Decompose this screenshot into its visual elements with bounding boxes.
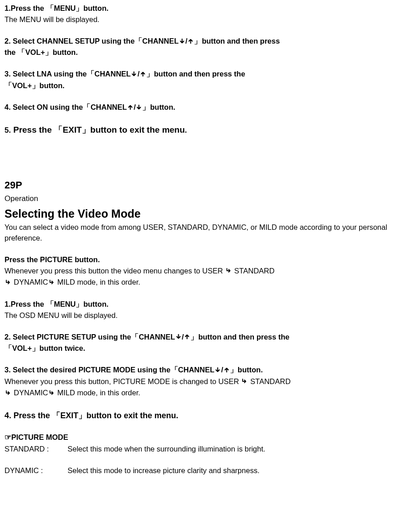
arrow-up-icon — [140, 69, 146, 80]
step-2-slash: / — [185, 37, 188, 45]
arrow-turn-icon — [241, 376, 248, 387]
mode-dynamic-label: DYNAMIC : — [5, 465, 68, 476]
step-5: 5. Press the 「EXIT」button to exit the me… — [5, 124, 397, 136]
vm3-desc2b: MILD mode, in this order. — [55, 389, 140, 397]
vm3-desc2a: DYNAMIC — [12, 389, 48, 397]
vm-step-3-desc2: DYNAMIC MILD mode, in this order. — [5, 388, 397, 399]
arrow-turn-icon — [5, 388, 11, 399]
vm3-desc1a: Whenever you press this button, PICTURE … — [5, 377, 241, 385]
vm2-slash: / — [182, 333, 184, 341]
vm3-desc1b: STANDARD — [248, 377, 290, 385]
section-label: Operation — [5, 193, 397, 205]
step-5-num: 5. — [5, 126, 11, 134]
vm-step-1-title: 1.Press the 「MENU」button. — [5, 299, 397, 310]
vm3-part1: 3. Select the desired PICTURE MODE using… — [5, 366, 214, 374]
step-4-line1: 4. Select ON using the「CHANNEL/」button. — [5, 102, 397, 113]
vm2-part3: 」button and then press the — [190, 333, 289, 341]
vm-step-3-desc1: Whenever you press this button, PICTURE … — [5, 376, 397, 388]
pb-desc2b: MILD mode, in this order. — [55, 278, 140, 286]
vm-step-2-line2: 「VOL+」button twice. — [5, 343, 397, 354]
page-heading: Selecting the Video Mode — [5, 206, 397, 222]
arrow-down-icon — [136, 103, 142, 113]
picture-btn-desc-2: DYNAMIC MILD mode, in this order. — [5, 277, 397, 288]
step-3-slash: / — [137, 70, 140, 78]
picture-btn-title: Press the PICTURE button. — [5, 255, 397, 265]
arrow-turn-icon — [5, 277, 11, 288]
vm-step-2-line1: 2. Select PICTURE SETUP using the「CHANNE… — [5, 332, 397, 343]
arrow-up-icon — [127, 103, 133, 113]
step-2-part3: 」button and then press — [194, 37, 280, 45]
arrow-down-icon — [176, 332, 181, 343]
arrow-up-icon — [188, 36, 194, 47]
page-number: 29P — [5, 178, 397, 192]
vm2-part1: 2. Select PICTURE SETUP using the「CHANNE… — [5, 333, 175, 341]
step-2-part1: 2. Select CHANNEL SETUP using the「CHANNE… — [5, 37, 179, 45]
step-3-line2: 「VOL+」button. — [5, 80, 397, 91]
arrow-turn-icon — [49, 277, 55, 288]
step-4-slash: / — [134, 103, 136, 111]
pointing-hand-icon: ☞ — [5, 433, 11, 442]
arrow-down-icon — [131, 69, 137, 80]
step-2-line2: the 「VOL+」button. — [5, 47, 397, 58]
arrow-down-icon — [179, 36, 185, 47]
step-3-part3: 」button and then press the — [146, 70, 245, 78]
arrow-down-icon — [215, 365, 221, 376]
picture-btn-desc-1: Whenever you press this button the video… — [5, 266, 397, 277]
pb-desc1a: Whenever you press this button the video… — [5, 267, 225, 275]
vm-step-4: 4. Press the 「EXIT」button to exit the me… — [5, 410, 397, 421]
step-5-dot: . — [185, 126, 187, 134]
intro-text: You can select a video mode from among U… — [5, 222, 397, 244]
vm3-part3: 」button. — [230, 366, 263, 374]
arrow-up-icon — [184, 332, 190, 343]
pb-desc1b: STANDARD — [232, 267, 275, 275]
step-4-part1: 4. Select ON using the「CHANNEL — [5, 103, 127, 111]
step-1-title: 1.Press the 「MENU」button. — [5, 3, 397, 14]
vm-step-3-line1: 3. Select the desired PICTURE MODE using… — [5, 365, 397, 376]
step-5-text: Press the 「EXIT」button to exit the menu — [13, 125, 185, 134]
arrow-turn-icon — [226, 266, 232, 277]
arrow-turn-icon — [49, 388, 55, 399]
picture-mode-heading: ☞PICTURE MODE — [5, 432, 397, 443]
mode-dynamic-desc: Select this mode to increase picture cla… — [68, 466, 259, 474]
vm-step-1-sub: The OSD MENU will be displayed. — [5, 310, 397, 321]
pb-desc2a: DYNAMIC — [12, 278, 48, 286]
mode-standard-desc: Select this mode when the surrounding il… — [68, 445, 265, 453]
step-4-part3: 」button. — [142, 103, 175, 111]
step-2-line1: 2. Select CHANNEL SETUP using the「CHANNE… — [5, 36, 397, 47]
mode-dynamic-row: DYNAMIC :Select this mode to increase pi… — [5, 465, 397, 476]
picture-mode-title: PICTURE MODE — [11, 433, 68, 441]
vm3-slash: / — [221, 366, 223, 374]
mode-standard-row: STANDARD :Select this mode when the surr… — [5, 444, 397, 455]
mode-standard-label: STANDARD : — [5, 444, 68, 455]
step-3-line1: 3. Select LNA using the「CHANNEL/」button … — [5, 69, 397, 80]
step-3-part1: 3. Select LNA using the「CHANNEL — [5, 70, 131, 78]
step-1-sub: The MENU will be displayed. — [5, 14, 397, 25]
arrow-up-icon — [224, 365, 230, 376]
